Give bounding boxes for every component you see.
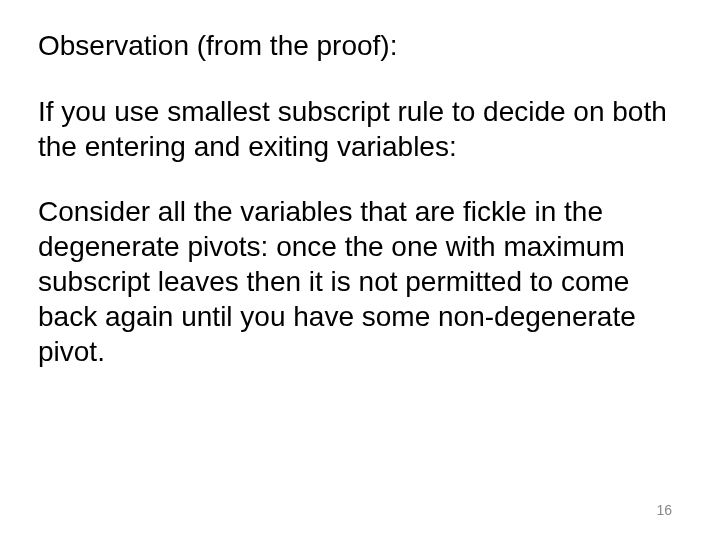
paragraph-1: If you use smallest subscript rule to de… (38, 94, 682, 164)
observation-heading: Observation (from the proof): (38, 28, 682, 64)
paragraph-2: Consider all the variables that are fick… (38, 194, 682, 369)
page-number: 16 (656, 502, 672, 518)
